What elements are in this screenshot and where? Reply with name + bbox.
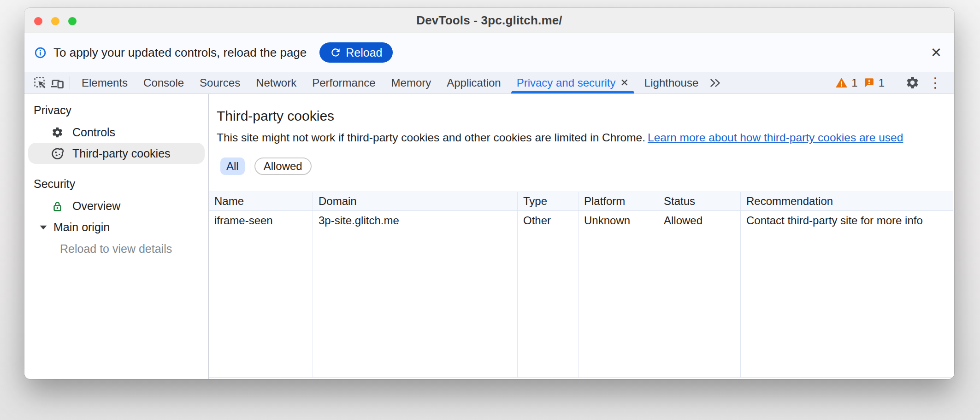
- caret-down-icon: [39, 224, 48, 231]
- third-party-cookies-pane: Third-party cookies This site might not …: [209, 94, 954, 379]
- tab-label: Console: [143, 76, 184, 89]
- sidebar-item-main-origin[interactable]: Main origin: [28, 216, 205, 238]
- table-filler-column: [313, 230, 518, 377]
- sidebar-section-privacy: Privacy: [24, 103, 208, 117]
- column-header-recommendation[interactable]: Recommendation: [741, 192, 953, 211]
- infobar-message: To apply your updated controls, reload t…: [53, 46, 307, 60]
- cell-status[interactable]: Allowed: [658, 211, 741, 230]
- sidebar-item-third-party-cookies[interactable]: Third-party cookies: [28, 143, 205, 164]
- toolbar-right-group: 1 1 ⋮: [835, 74, 954, 92]
- tab-sources[interactable]: Sources: [192, 72, 248, 93]
- column-header-type[interactable]: Type: [518, 192, 579, 211]
- cell-platform[interactable]: Unknown: [579, 211, 658, 230]
- tab-privacy-and-security[interactable]: Privacy and security ✕: [509, 72, 637, 93]
- tab-label: Sources: [200, 76, 240, 89]
- learn-more-link[interactable]: Learn more about how third-party cookies…: [648, 131, 903, 144]
- devtools-toolbar: Elements Console Sources Network Perform…: [24, 72, 954, 94]
- cookies-table: Name Domain Type Platform Status Recomme…: [209, 192, 953, 378]
- description-text: This site might not work if third-party …: [217, 131, 645, 144]
- chip-divider: [250, 159, 250, 173]
- inspect-element-button[interactable]: [31, 74, 48, 92]
- sidebar-item-overview[interactable]: Overview: [28, 195, 205, 216]
- privacy-security-sidebar: Privacy Controls: [24, 94, 209, 379]
- tab-console[interactable]: Console: [136, 72, 192, 93]
- table-filler-column: [741, 230, 953, 377]
- sidebar-note: Reload to view details: [24, 242, 208, 256]
- sidebar-item-label: Third-party cookies: [72, 147, 171, 160]
- column-header-name[interactable]: Name: [209, 192, 313, 211]
- reload-label: Reload: [346, 46, 382, 59]
- tab-memory[interactable]: Memory: [384, 72, 439, 93]
- page-title: Third-party cookies: [209, 108, 954, 123]
- tab-lighthouse[interactable]: Lighthouse: [637, 72, 706, 93]
- reload-infobar: To apply your updated controls, reload t…: [24, 33, 954, 72]
- zoom-window-button[interactable]: [68, 17, 77, 25]
- double-chevron-icon: [709, 76, 721, 89]
- page-description: This site might not work if third-party …: [209, 131, 954, 145]
- issues-count: 1: [879, 76, 885, 89]
- warnings-indicator[interactable]: 1: [835, 76, 857, 89]
- traffic-lights: [34, 17, 77, 25]
- filter-all-chip[interactable]: All: [220, 158, 245, 175]
- close-tab-icon[interactable]: ✕: [620, 77, 628, 89]
- tab-network[interactable]: Network: [248, 72, 304, 93]
- sidebar-item-label: Controls: [72, 126, 115, 139]
- panel-content: Privacy Controls: [24, 94, 954, 379]
- cell-recommendation[interactable]: Contact third-party site for more info: [741, 211, 953, 230]
- table-filler-column: [579, 230, 658, 377]
- tab-label: Performance: [312, 76, 375, 89]
- sidebar-section-security: Security: [24, 177, 208, 191]
- issues-bubble-icon: [863, 77, 875, 88]
- sidebar-item-label: Overview: [72, 199, 120, 213]
- more-tabs-button[interactable]: [706, 74, 724, 92]
- kebab-menu-button[interactable]: ⋮: [927, 76, 944, 90]
- devtools-window: DevTools - 3pc.glitch.me/ To apply your …: [24, 8, 954, 379]
- filter-allowed-chip[interactable]: Allowed: [254, 158, 312, 175]
- reload-button[interactable]: Reload: [319, 42, 392, 63]
- table-filler-column: [658, 230, 741, 377]
- table-filler-column: [518, 230, 579, 377]
- info-icon: [34, 47, 47, 59]
- cell-type[interactable]: Other: [518, 211, 579, 230]
- column-header-platform[interactable]: Platform: [579, 192, 658, 211]
- tab-label: Privacy and security: [517, 76, 616, 89]
- table-filler-column: [209, 230, 313, 377]
- tab-elements[interactable]: Elements: [74, 72, 136, 93]
- toolbar-divider: [70, 76, 70, 89]
- tab-label: Application: [447, 76, 501, 89]
- gear-icon: [50, 126, 64, 139]
- warning-triangle-icon: [835, 77, 848, 88]
- tab-label: Memory: [391, 76, 431, 89]
- settings-button[interactable]: [903, 74, 921, 92]
- tab-performance[interactable]: Performance: [304, 72, 383, 93]
- inspect-cursor-icon: [33, 76, 47, 89]
- infobar-close-button[interactable]: ✕: [931, 46, 942, 59]
- cell-name[interactable]: iframe-seen: [209, 211, 313, 230]
- cookie-icon: [50, 147, 64, 160]
- toolbar-divider: [894, 76, 894, 89]
- column-header-domain[interactable]: Domain: [313, 192, 518, 211]
- window-title: DevTools - 3pc.glitch.me/: [416, 13, 562, 28]
- issues-indicator[interactable]: 1: [863, 76, 885, 89]
- tab-application[interactable]: Application: [439, 72, 508, 93]
- close-window-button[interactable]: [34, 17, 42, 25]
- gear-icon: [905, 76, 920, 90]
- tab-label: Lighthouse: [644, 76, 698, 89]
- device-toolbar-icon: [50, 76, 64, 90]
- warning-count: 1: [851, 76, 857, 89]
- device-toolbar-button[interactable]: [48, 74, 66, 92]
- titlebar: DevTools - 3pc.glitch.me/: [24, 8, 954, 33]
- sidebar-item-label: Main origin: [53, 221, 110, 234]
- sidebar-item-controls[interactable]: Controls: [28, 122, 205, 143]
- status-filter-group: All Allowed: [209, 158, 954, 175]
- column-header-status[interactable]: Status: [658, 192, 741, 211]
- lock-icon: [50, 200, 64, 212]
- tab-label: Network: [256, 76, 296, 89]
- tab-label: Elements: [82, 76, 128, 89]
- reload-icon: [330, 47, 342, 58]
- minimize-window-button[interactable]: [51, 17, 59, 25]
- cell-domain[interactable]: 3p-site.glitch.me: [313, 211, 518, 230]
